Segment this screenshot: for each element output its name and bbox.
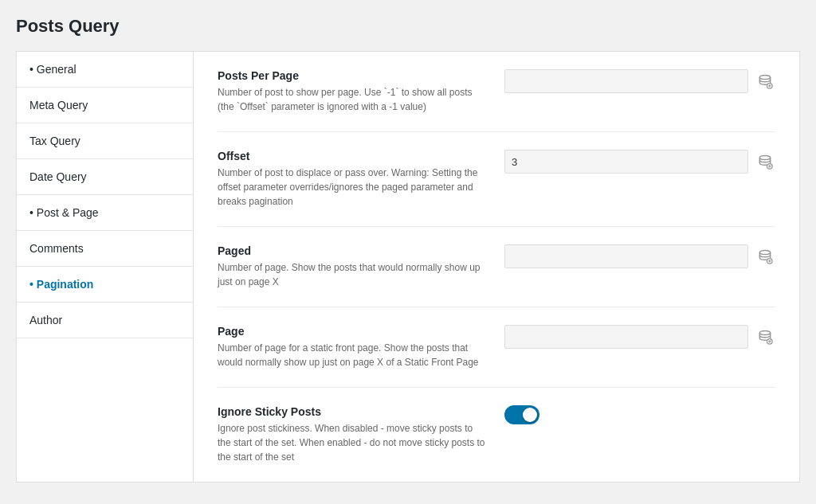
toggle-slider-ignore-sticky-posts <box>504 405 539 424</box>
field-row-page: PageNumber of page for a static front pa… <box>218 307 775 388</box>
svg-point-4 <box>759 156 770 160</box>
field-row-posts-per-page: Posts Per PageNumber of post to show per… <box>218 52 775 132</box>
input-paged[interactable] <box>504 244 748 268</box>
db-icon-page[interactable] <box>755 326 775 347</box>
field-desc-page: Number of page for a static front page. … <box>218 341 488 369</box>
db-icon-offset[interactable] <box>755 151 775 172</box>
db-icon-paged[interactable] <box>755 246 775 267</box>
svg-point-0 <box>759 76 770 80</box>
sidebar-item-pagination[interactable]: • Pagination <box>17 267 193 303</box>
main-content: Posts Per PageNumber of post to show per… <box>194 52 799 482</box>
sidebar-item-post-page[interactable]: • Post & Page <box>17 195 193 231</box>
field-row-paged: PagedNumber of page. Show the posts that… <box>218 227 775 307</box>
page-title: Posts Query <box>16 16 800 37</box>
sidebar-item-general[interactable]: • General <box>17 52 193 88</box>
svg-point-8 <box>759 251 770 255</box>
sidebar-item-comments[interactable]: Comments <box>17 231 193 267</box>
field-desc-ignore-sticky-posts: Ignore post stickiness. When disabled - … <box>218 421 488 464</box>
sidebar-item-meta-query[interactable]: Meta Query <box>17 88 193 123</box>
field-desc-offset: Number of post to displace or pass over.… <box>218 166 488 209</box>
field-desc-paged: Number of page. Show the posts that woul… <box>218 260 488 289</box>
input-page[interactable] <box>504 325 748 349</box>
field-label-ignore-sticky-posts: Ignore Sticky Posts <box>218 405 488 418</box>
field-row-offset: OffsetNumber of post to displace or pass… <box>218 132 775 227</box>
sidebar-item-date-query[interactable]: Date Query <box>17 159 193 195</box>
field-label-paged: Paged <box>218 244 488 257</box>
field-desc-posts-per-page: Number of post to show per page. Use `-1… <box>218 85 488 114</box>
svg-point-12 <box>759 331 770 335</box>
toggle-ignore-sticky-posts[interactable] <box>504 405 539 424</box>
field-label-posts-per-page: Posts Per Page <box>218 69 488 82</box>
sidebar-item-tax-query[interactable]: Tax Query <box>17 123 193 159</box>
input-posts-per-page[interactable] <box>504 69 748 93</box>
field-label-offset: Offset <box>218 150 488 162</box>
sidebar: • GeneralMeta QueryTax QueryDate Query• … <box>17 52 194 482</box>
input-offset[interactable] <box>504 150 748 174</box>
field-label-page: Page <box>218 325 488 338</box>
db-icon-posts-per-page[interactable] <box>755 71 775 92</box>
sidebar-item-author[interactable]: Author <box>17 303 193 338</box>
field-row-ignore-sticky-posts: Ignore Sticky PostsIgnore post stickines… <box>218 388 775 482</box>
